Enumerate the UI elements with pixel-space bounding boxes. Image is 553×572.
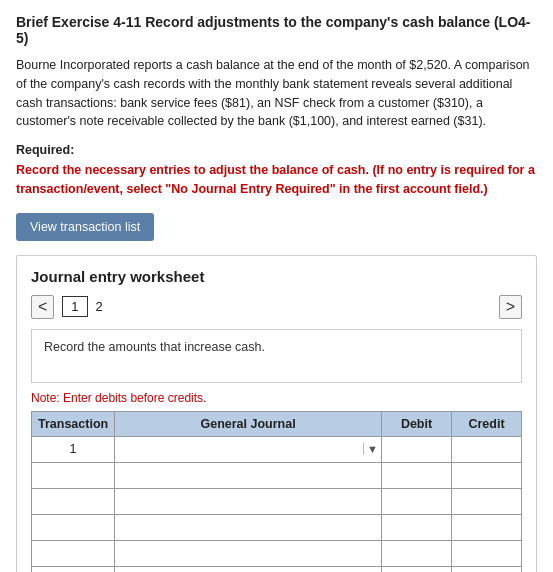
credit-input-2[interactable] — [452, 463, 521, 488]
debit-input-4[interactable] — [382, 515, 451, 540]
gj-cell-6 — [115, 566, 382, 572]
view-transaction-list-button[interactable]: View transaction list — [16, 213, 154, 241]
debit-cell-2 — [382, 462, 452, 488]
gj-input-2[interactable] — [115, 466, 381, 484]
tx-num-3 — [32, 488, 115, 514]
tx-num-4 — [32, 514, 115, 540]
credit-cell-2 — [452, 462, 522, 488]
table-row — [32, 462, 522, 488]
credit-cell-4 — [452, 514, 522, 540]
debit-input-3[interactable] — [382, 489, 451, 514]
gj-cell-4 — [115, 514, 382, 540]
col-header-transaction: Transaction — [32, 411, 115, 436]
debit-cell-5 — [382, 540, 452, 566]
description: Bourne Incorporated reports a cash balan… — [16, 56, 537, 131]
gj-cell-3 — [115, 488, 382, 514]
credit-input-5[interactable] — [452, 541, 521, 566]
credit-input-6[interactable] — [452, 567, 521, 573]
credit-cell-5 — [452, 540, 522, 566]
required-label: Required: — [16, 143, 537, 157]
debit-input-5[interactable] — [382, 541, 451, 566]
col-header-credit: Credit — [452, 411, 522, 436]
note-text: Note: Enter debits before credits. — [31, 391, 522, 405]
nav-prev-button[interactable]: < — [31, 295, 54, 319]
gj-cell-1: ▼ — [115, 436, 382, 462]
debit-cell-6 — [382, 566, 452, 572]
table-row: 1 ▼ — [32, 436, 522, 462]
gj-input-5[interactable] — [115, 544, 381, 562]
debit-input-6[interactable] — [382, 567, 451, 573]
debit-cell-1 — [382, 436, 452, 462]
other-page: 2 — [92, 297, 107, 316]
col-header-general-journal: General Journal — [115, 411, 382, 436]
table-row — [32, 488, 522, 514]
table-row — [32, 540, 522, 566]
debit-cell-4 — [382, 514, 452, 540]
worksheet-box: Journal entry worksheet < 1 2 > Record t… — [16, 255, 537, 573]
journal-table: Transaction General Journal Debit Credit… — [31, 411, 522, 573]
table-row — [32, 514, 522, 540]
tx-num-6 — [32, 566, 115, 572]
gj-input-3[interactable] — [115, 492, 381, 510]
credit-input-1[interactable] — [452, 437, 521, 462]
gj-input-4[interactable] — [115, 518, 381, 536]
page-indicator: 1 2 — [62, 296, 106, 317]
credit-input-3[interactable] — [452, 489, 521, 514]
credit-cell-1 — [452, 436, 522, 462]
gj-dropdown-1[interactable]: ▼ — [363, 443, 381, 455]
required-text: Record the necessary entries to adjust t… — [16, 161, 537, 199]
nav-row: < 1 2 > — [31, 295, 522, 319]
gj-input-1[interactable] — [115, 440, 363, 458]
debit-cell-3 — [382, 488, 452, 514]
tx-num-2 — [32, 462, 115, 488]
required-text-normal: Record the necessary entries to adjust t… — [16, 163, 372, 177]
gj-cell-2 — [115, 462, 382, 488]
tx-num-5 — [32, 540, 115, 566]
debit-input-2[interactable] — [382, 463, 451, 488]
table-row — [32, 566, 522, 572]
debit-input-1[interactable] — [382, 437, 451, 462]
page-title: Brief Exercise 4-11 Record adjustments t… — [16, 14, 537, 46]
credit-cell-6 — [452, 566, 522, 572]
instruction-box: Record the amounts that increase cash. — [31, 329, 522, 383]
worksheet-title: Journal entry worksheet — [31, 268, 522, 285]
gj-cell-5 — [115, 540, 382, 566]
col-header-debit: Debit — [382, 411, 452, 436]
credit-input-4[interactable] — [452, 515, 521, 540]
nav-next-button[interactable]: > — [499, 295, 522, 319]
credit-cell-3 — [452, 488, 522, 514]
current-page: 1 — [62, 296, 87, 317]
tx-num-1: 1 — [32, 436, 115, 462]
